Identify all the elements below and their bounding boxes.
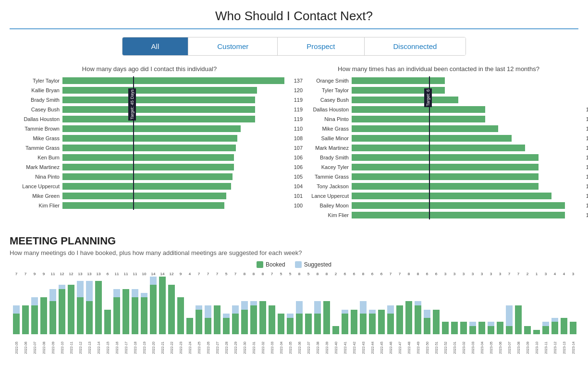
bar-booked bbox=[305, 314, 312, 334]
bar-fill bbox=[62, 106, 255, 113]
week-col: 62022-45 bbox=[377, 272, 386, 354]
bar-track: 110 bbox=[62, 125, 289, 132]
bar-booked bbox=[132, 297, 138, 334]
bar-booked bbox=[515, 305, 522, 334]
bar-value: 12 bbox=[586, 135, 588, 141]
tab-prospect[interactable]: Prospect bbox=[277, 37, 364, 55]
week-val: 7 bbox=[198, 272, 200, 276]
bar-fill bbox=[62, 173, 233, 180]
bar-label: Tony Jackson bbox=[299, 183, 352, 189]
bar-value: 16 bbox=[586, 203, 588, 208]
bars-wrap bbox=[424, 277, 430, 334]
week-label: 2022-43 bbox=[362, 336, 365, 354]
week-col: 82022-48 bbox=[404, 272, 413, 354]
bar-suggested bbox=[250, 301, 257, 305]
week-val: 4 bbox=[563, 272, 565, 276]
page-title: Who Should I Contact Next? bbox=[0, 0, 588, 28]
week-val: 3 bbox=[463, 272, 465, 276]
week-col: 22023-09 bbox=[523, 272, 532, 354]
week-val: 11 bbox=[51, 272, 55, 276]
bar-suggested bbox=[31, 297, 38, 305]
bar-booked bbox=[424, 318, 430, 334]
week-label: 2022-22 bbox=[170, 336, 173, 354]
bars-wrap bbox=[269, 277, 275, 334]
bar-row: Tammie Brown110 bbox=[10, 124, 289, 133]
tab-customer[interactable]: Customer bbox=[188, 37, 277, 55]
bar-suggested bbox=[113, 289, 120, 297]
week-label: 2023-12 bbox=[553, 336, 557, 354]
week-label: 2022-52 bbox=[444, 336, 447, 354]
week-col: 32023-02 bbox=[459, 272, 468, 354]
bar-fill bbox=[352, 212, 565, 218]
week-label: 2022-14 bbox=[97, 336, 100, 354]
bar-booked bbox=[95, 281, 102, 334]
bars-wrap bbox=[342, 277, 348, 334]
bar-track: 107 bbox=[62, 145, 289, 151]
bar-fill bbox=[62, 145, 236, 151]
bars-wrap bbox=[68, 277, 74, 334]
bar-value: 10 bbox=[586, 107, 588, 112]
week-val: 7 bbox=[390, 272, 392, 276]
bar-label: Kallie Bryan bbox=[10, 87, 62, 93]
bar-fill bbox=[352, 145, 525, 151]
bar-label: Dallas Houston bbox=[10, 116, 62, 122]
bar-booked bbox=[451, 322, 458, 334]
bar-booked bbox=[460, 322, 467, 334]
week-label: 2022-15 bbox=[106, 336, 110, 354]
week-val: 4 bbox=[189, 272, 191, 276]
week-col: 142022-20 bbox=[149, 272, 158, 354]
bar-value: 15 bbox=[586, 193, 588, 199]
bar-booked bbox=[551, 322, 558, 334]
bar-booked bbox=[232, 314, 239, 334]
bar-suggested bbox=[241, 301, 248, 310]
bar-booked bbox=[533, 330, 540, 334]
bar-row: Brady Smith14 bbox=[299, 153, 578, 162]
bars-wrap bbox=[278, 277, 284, 334]
week-col: 72023-07 bbox=[505, 272, 514, 354]
legend-booked: Booked bbox=[257, 261, 285, 268]
week-col: 62022-42 bbox=[350, 272, 358, 354]
bar-booked bbox=[113, 297, 120, 334]
bar-track: 8 bbox=[352, 97, 578, 103]
week-col: 72022-46 bbox=[386, 272, 395, 354]
bar-fill bbox=[352, 116, 485, 122]
week-label: 2022-48 bbox=[407, 336, 411, 354]
bars-wrap bbox=[469, 277, 476, 334]
bar-track: 16 bbox=[352, 202, 578, 209]
bar-row: Tony Jackson14 bbox=[299, 182, 578, 191]
week-label: 2022-45 bbox=[380, 336, 383, 354]
tab-disconnected[interactable]: Disconnected bbox=[364, 37, 466, 55]
bar-booked bbox=[68, 285, 74, 334]
week-label: 2022-09 bbox=[51, 336, 55, 354]
bar-label: Ken Burn bbox=[10, 155, 62, 160]
week-val: 7 bbox=[207, 272, 209, 276]
week-col: 12023-10 bbox=[532, 272, 541, 354]
week-label: 2023-06 bbox=[499, 336, 502, 354]
tab-all[interactable]: All bbox=[122, 37, 188, 55]
week-label: 2022-20 bbox=[152, 336, 155, 354]
bar-row: Brady Smith119 bbox=[10, 96, 289, 104]
bar-fill bbox=[352, 154, 539, 161]
week-label: 2022-47 bbox=[398, 336, 402, 354]
bar-booked bbox=[31, 305, 38, 334]
bars-wrap bbox=[214, 277, 220, 334]
bars-wrap bbox=[378, 277, 385, 334]
legend: Booked Suggested bbox=[10, 261, 578, 268]
bar-suggested bbox=[415, 301, 421, 305]
week-label: 2022-21 bbox=[161, 336, 164, 354]
bar-row: Mike Grass11 bbox=[299, 124, 578, 133]
bars-wrap bbox=[405, 277, 412, 334]
bars-wrap bbox=[533, 277, 540, 334]
bar-suggested bbox=[424, 310, 430, 318]
week-col: 72022-27 bbox=[213, 272, 221, 354]
bars-wrap bbox=[296, 277, 303, 334]
week-val: 9 bbox=[34, 272, 36, 276]
week-label: 2022-12 bbox=[79, 336, 82, 354]
bar-booked bbox=[159, 277, 166, 334]
bar-booked bbox=[378, 310, 385, 334]
bars-wrap bbox=[360, 277, 367, 334]
bar-booked bbox=[506, 326, 513, 334]
week-col: 62022-50 bbox=[423, 272, 431, 354]
bar-track: 7 bbox=[352, 87, 578, 94]
bars-wrap bbox=[369, 277, 376, 334]
